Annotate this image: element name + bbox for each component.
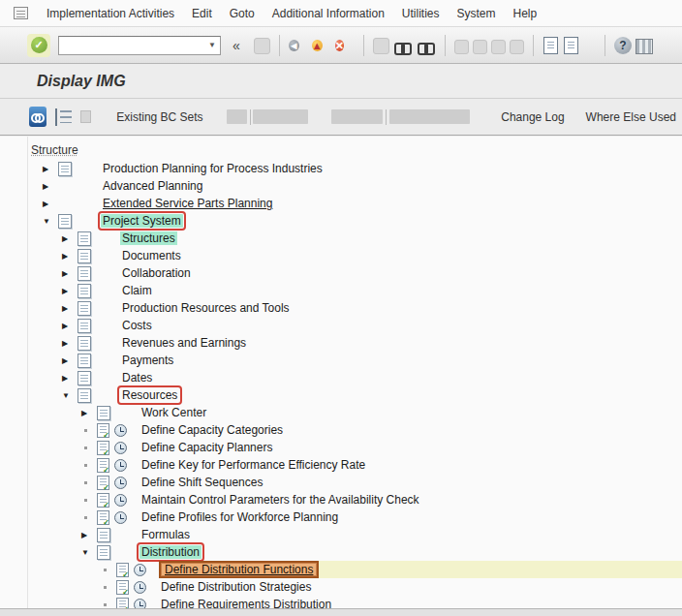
bullet-dot: [81, 513, 97, 522]
find-next-icon[interactable]: [417, 41, 436, 54]
tree-item-label[interactable]: Formulas: [140, 528, 192, 541]
tree-item-label[interactable]: Documents: [120, 249, 183, 262]
system-menu-icon[interactable]: [14, 7, 28, 19]
expand-arrow-icon[interactable]: ▶: [62, 269, 78, 278]
tree-item-label[interactable]: Production Planning for Process Industri…: [101, 162, 325, 175]
tree-item-label[interactable]: Structures: [120, 231, 177, 245]
tree-row[interactable]: ▶Advanced Planning: [0, 177, 682, 195]
tree-item-label[interactable]: Define Capacity Categories: [140, 423, 285, 437]
tree-item-label[interactable]: Define Distribution Strategies: [159, 580, 313, 594]
tree-item-label[interactable]: Collaboration: [120, 266, 193, 280]
cancel-button[interactable]: ✕: [335, 36, 355, 55]
tree-row[interactable]: ▶Collaboration: [0, 264, 682, 282]
tree-row[interactable]: ▶Production Planning for Process Industr…: [0, 160, 682, 177]
customize-layout-icon[interactable]: [636, 39, 653, 54]
window-bottom-edge: [0, 608, 682, 616]
tree-row[interactable]: ▶Structures: [0, 230, 682, 247]
tree-row[interactable]: ▼Project System: [0, 212, 682, 230]
tree-row[interactable]: ▶Work Center: [0, 404, 682, 421]
tree-item-label[interactable]: Maintain Control Parameters for the Avai…: [140, 493, 421, 507]
tree-item-label[interactable]: Project System: [101, 214, 183, 228]
position-tree-icon[interactable]: [55, 108, 71, 126]
tree-row[interactable]: Define Distribution Functions: [0, 561, 682, 578]
menu-item-implementation-activities[interactable]: Implementation Activities: [38, 4, 183, 23]
row-filler: [208, 404, 682, 421]
tree-icon-slot: [78, 336, 114, 351]
tree-row[interactable]: ▶Documents: [0, 247, 682, 264]
tree-item-label[interactable]: Dates: [120, 371, 154, 385]
tree-row[interactable]: ▶Extended Service Parts Planning: [0, 195, 682, 212]
menu-item-system[interactable]: System: [449, 4, 505, 23]
menu-item-edit[interactable]: Edit: [183, 4, 221, 23]
expand-arrow-icon[interactable]: ▶: [62, 374, 78, 383]
change-log-button[interactable]: Change Log: [495, 107, 570, 128]
where-else-used-button[interactable]: Where Else Used: [580, 107, 682, 128]
collapse-toolbar-icon[interactable]: «: [232, 38, 240, 53]
display-glasses-icon[interactable]: [29, 107, 46, 127]
existing-bc-sets-button[interactable]: Existing BC Sets: [110, 107, 208, 128]
enter-button[interactable]: ✓: [27, 34, 50, 57]
expand-arrow-icon[interactable]: ▶: [62, 339, 78, 348]
expand-arrow-icon[interactable]: ▶: [62, 322, 78, 330]
tree-row[interactable]: ▼Resources: [0, 386, 682, 404]
tree-row[interactable]: ▶Revenues and Earnings: [0, 334, 682, 352]
tree-row[interactable]: Define Capacity Planners: [0, 439, 682, 456]
tree-row[interactable]: ▶Formulas: [0, 526, 682, 543]
collapse-arrow-icon[interactable]: ▼: [81, 548, 97, 557]
expand-arrow-icon[interactable]: ▶: [43, 182, 58, 191]
help-icon[interactable]: ?: [614, 37, 632, 54]
tree-icon-slot: [78, 354, 114, 368]
tree-row[interactable]: ▶Payments: [0, 352, 682, 369]
tree-item-label[interactable]: Work Center: [140, 406, 208, 419]
expand-arrow-icon[interactable]: ▶: [62, 252, 78, 261]
tree-item-label[interactable]: Define Profiles for Workforce Planning: [140, 510, 340, 524]
back-button[interactable]: ◄: [289, 36, 308, 55]
tree-row[interactable]: Define Requirements Distribution: [0, 596, 682, 608]
tree-item-label[interactable]: Extended Service Parts Planning: [101, 197, 274, 210]
create-shortcut-icon[interactable]: [564, 37, 578, 54]
tree-item-label[interactable]: Define Shift Sequences: [140, 476, 264, 489]
tree-row[interactable]: Define Capacity Categories: [0, 421, 682, 439]
tree-item-label[interactable]: Production Resources and Tools: [120, 301, 292, 315]
tree-item-label[interactable]: Define Key for Performance Efficiency Ra…: [140, 458, 367, 472]
collapse-arrow-icon[interactable]: ▼: [43, 217, 58, 226]
expand-arrow-icon[interactable]: ▶: [81, 409, 97, 417]
collapse-arrow-icon[interactable]: ▼: [62, 391, 78, 400]
tree-item-label[interactable]: Claim: [120, 284, 154, 297]
tree-row[interactable]: ▶Production Resources and Tools: [0, 299, 682, 317]
tree-row[interactable]: Define Key for Performance Efficiency Ra…: [0, 456, 682, 474]
menu-item-utilities[interactable]: Utilities: [393, 4, 449, 23]
expand-arrow-icon[interactable]: ▶: [62, 287, 78, 295]
menu-item-goto[interactable]: Goto: [221, 4, 264, 23]
tree-row[interactable]: Define Shift Sequences: [0, 474, 682, 491]
expand-arrow-icon[interactable]: ▶: [43, 165, 58, 173]
tree-item-label[interactable]: Costs: [120, 319, 154, 332]
tree-item-label[interactable]: Revenues and Earnings: [120, 336, 248, 350]
tree-row[interactable]: ▼Distribution: [0, 543, 682, 561]
tree-item-label[interactable]: Define Requirements Distribution: [159, 598, 333, 608]
tree-item-label[interactable]: Distribution: [140, 545, 202, 559]
tree-row[interactable]: Maintain Control Parameters for the Avai…: [0, 491, 682, 508]
tree-item-label[interactable]: Payments: [120, 354, 175, 367]
expand-arrow-icon[interactable]: ▶: [62, 304, 78, 313]
tree-row[interactable]: Define Distribution Strategies: [0, 578, 682, 596]
exit-button[interactable]: ▲: [312, 36, 331, 55]
tree-row[interactable]: ▶Claim: [0, 282, 682, 299]
tree-item-label[interactable]: Define Capacity Planners: [140, 441, 274, 454]
expand-arrow-icon[interactable]: ▶: [81, 531, 97, 539]
command-field[interactable]: [58, 36, 221, 55]
tree-row[interactable]: ▶Dates: [0, 369, 682, 386]
command-dropdown-icon[interactable]: ▼: [205, 39, 219, 52]
tree-item-label[interactable]: Resources: [120, 388, 179, 402]
expand-arrow-icon[interactable]: ▶: [62, 234, 78, 243]
expand-arrow-icon[interactable]: ▶: [43, 200, 58, 208]
tree-row[interactable]: ▶Costs: [0, 317, 682, 334]
tree-row[interactable]: Define Profiles for Workforce Planning: [0, 508, 682, 526]
tree-item-label[interactable]: Define Distribution Functions: [159, 561, 319, 578]
menu-item-additional-information[interactable]: Additional Information: [264, 4, 393, 23]
expand-arrow-icon[interactable]: ▶: [62, 356, 78, 365]
menu-item-help[interactable]: Help: [505, 4, 546, 23]
tree-item-label[interactable]: Advanced Planning: [101, 179, 204, 193]
new-session-icon[interactable]: [543, 37, 558, 54]
find-icon[interactable]: [393, 41, 413, 54]
